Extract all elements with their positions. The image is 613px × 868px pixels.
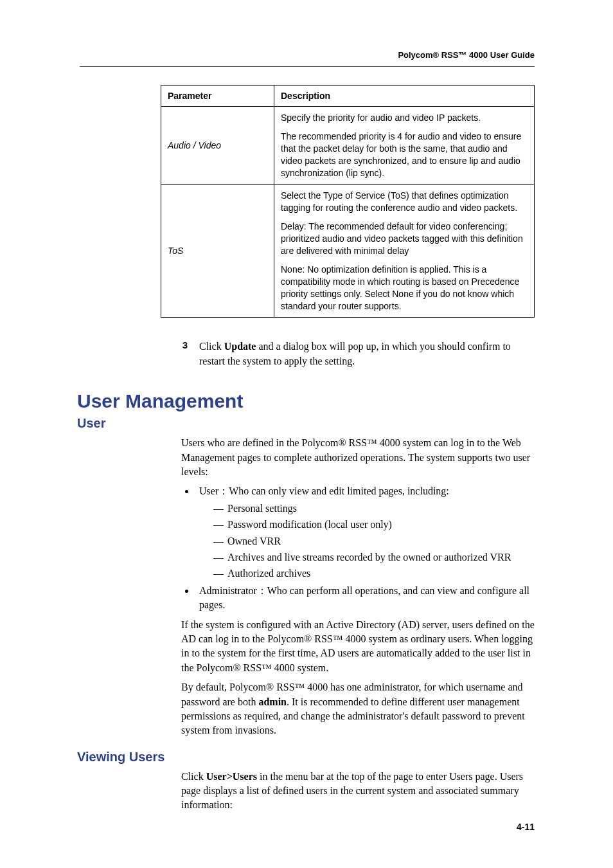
param-cell: Audio / Video — [161, 107, 274, 185]
desc-cell: Select the Type of Service (ToS) that de… — [274, 185, 535, 318]
list-item: Personal settings — [213, 502, 535, 516]
text: Click — [181, 771, 206, 782]
text: User：Who can only view and edit limited … — [199, 485, 449, 496]
text: Click — [199, 341, 224, 352]
list-item: User：Who can only view and edit limited … — [195, 484, 535, 581]
dash-list: Personal settings Password modification … — [199, 502, 535, 581]
paragraph: By default, Polycom® RSS™ 4000 has one a… — [181, 680, 535, 738]
section-body: Users who are defined in the Polycom® RS… — [181, 436, 535, 737]
list-item: Archives and live streams recorded by th… — [213, 550, 535, 565]
desc-text: The recommended priority is 4 for audio … — [281, 131, 528, 179]
desc-text: Select the Type of Service (ToS) that de… — [281, 190, 528, 214]
header-rule — [80, 66, 535, 67]
section-body: Click User>Users in the menu bar at the … — [181, 770, 535, 813]
param-cell: ToS — [161, 185, 274, 318]
list-item: Owned VRR — [213, 534, 535, 548]
desc-text: Specify the priority for audio and video… — [281, 112, 528, 124]
col-header-parameter: Parameter — [161, 86, 274, 107]
desc-cell: Specify the priority for audio and video… — [274, 107, 535, 185]
document-page: Polycom® RSS™ 4000 User Guide Parameter … — [0, 0, 613, 868]
step-text: Click Update and a dialog box will pop u… — [199, 339, 535, 368]
list-item: Administrator：Who can perform all operat… — [195, 584, 535, 613]
list-item: Password modification (local user only) — [213, 518, 535, 532]
step-item: 3 Click Update and a dialog box will pop… — [161, 339, 535, 368]
bullet-list: User：Who can only view and edit limited … — [181, 484, 535, 612]
page-header: Polycom® RSS™ 4000 User Guide — [77, 50, 535, 60]
table-row: Audio / Video Specify the priority for a… — [161, 107, 535, 185]
page-number: 4-11 — [517, 822, 535, 832]
text-bold: admin — [258, 696, 287, 707]
desc-text: None: No optimization definition is appl… — [281, 264, 528, 312]
list-item: Authorized archives — [213, 566, 535, 581]
text-bold: Update — [224, 341, 256, 352]
table-row: ToS Select the Type of Service (ToS) tha… — [161, 185, 535, 318]
step-number: 3 — [161, 339, 199, 368]
heading-viewing-users: Viewing Users — [77, 750, 537, 764]
col-header-description: Description — [274, 86, 535, 107]
heading-user-management: User Management — [77, 390, 537, 412]
heading-user: User — [77, 416, 537, 431]
desc-text: Delay: The recommended default for video… — [281, 221, 528, 257]
paragraph: If the system is configured with an Acti… — [181, 618, 535, 676]
paragraph: Users who are defined in the Polycom® RS… — [181, 436, 535, 479]
text-bold: User>Users — [206, 771, 257, 782]
paragraph: Click User>Users in the menu bar at the … — [181, 770, 535, 813]
parameter-table: Parameter Description Audio / Video Spec… — [161, 85, 535, 318]
